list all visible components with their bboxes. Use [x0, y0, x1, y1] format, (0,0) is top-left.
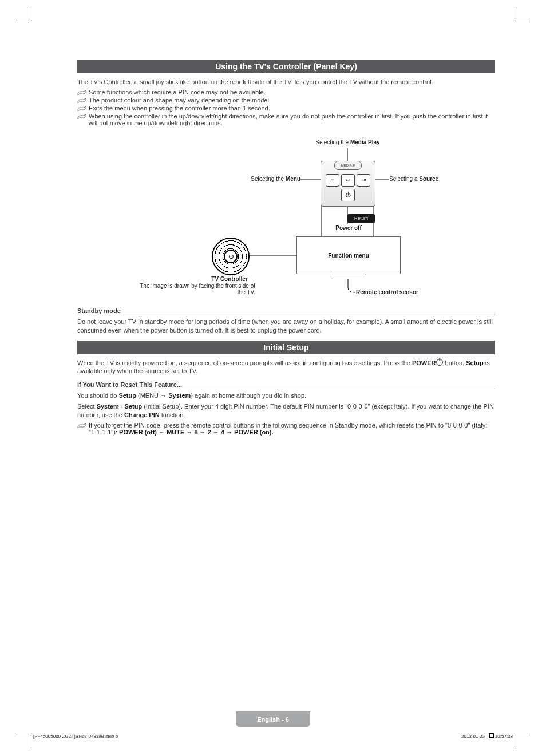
note-item: Some functions which require a PIN code … [77, 89, 495, 96]
page-number-badge: English - 6 [236, 711, 310, 727]
label-media-play: Selecting the Media Play [303, 139, 392, 145]
note-icon [77, 98, 86, 104]
note-item: The product colour and shape may vary de… [77, 97, 495, 104]
initial-setup-body: When the TV is initially powered on, a s… [77, 359, 495, 376]
footer-timestamp: 2013-01-23 10:57:38 [461, 733, 513, 739]
note-text: The product colour and shape may vary de… [89, 97, 271, 104]
heading-reset: If You Want to Reset This Feature... [77, 381, 495, 389]
power-icon: ⏻ [341, 189, 355, 201]
return-button: Return [347, 214, 375, 223]
standby-body: Do not leave your TV in standby mode for… [77, 318, 495, 335]
svg-rect-9 [490, 734, 493, 737]
pill-media-p: MEDIA.P [334, 161, 362, 170]
clock-icon [489, 733, 494, 738]
note-icon [77, 423, 86, 429]
menu-box: MEDIA.P ≡ ↩ ⇥ ⏻ Return [321, 161, 375, 207]
heading-standby: Standby mode [77, 307, 495, 315]
label-remote-sensor: Remote control sensor [356, 289, 442, 295]
section-heading-initial-setup: Initial Setup [77, 341, 495, 354]
footer-date: 2013-01-23 [461, 734, 485, 739]
diagram-lines [86, 138, 486, 298]
label-tv-controller: TV Controller [204, 276, 255, 282]
power-icon [436, 359, 443, 366]
note-icon [77, 106, 86, 112]
note-icon [77, 90, 86, 96]
tv-illustration: Function menu [296, 236, 401, 274]
footer-file-info: [PF45005000-ZGZT]BN68-04819B.indb 6 [33, 734, 118, 739]
note-item: If you forget the PIN code, press the re… [77, 422, 495, 436]
note-text: Exits the menu when pressing the control… [89, 105, 270, 112]
note-item: Exits the menu when pressing the control… [77, 105, 495, 112]
note-text: If you forget the PIN code, press the re… [89, 422, 495, 436]
menu-icon: ≡ [326, 174, 339, 187]
joystick-illustration: ⏻ [212, 238, 250, 275]
source-icon: ⇥ [357, 174, 370, 187]
page-content: Using the TV's Controller (Panel Key) Th… [77, 60, 495, 437]
reset-line2: Select System - Setup (Initial Setup). E… [77, 402, 495, 419]
controller-diagram: Selecting the Media Play Selecting the M… [86, 138, 486, 298]
power-icon: ⏻ [228, 254, 234, 259]
label-function-menu: Function menu [328, 252, 369, 258]
label-power-off: Power off [329, 225, 369, 231]
reset-line1: You should do Setup (MENU → System) agai… [77, 391, 495, 400]
note-icon [77, 114, 86, 120]
note-text: Some functions which require a PIN code … [89, 89, 266, 96]
note-text: When using the controller in the up/down… [89, 113, 495, 126]
tv-stand [331, 274, 366, 279]
footer-time: 10:57:38 [495, 734, 513, 739]
caption-tv-image: The image is drawn by facing the front s… [139, 283, 255, 295]
intro-paragraph: The TV's Controller, a small joy stick l… [77, 78, 495, 86]
label-source: Selecting a Source [389, 176, 452, 182]
note-item: When using the controller in the up/down… [77, 113, 495, 126]
label-menu: Selecting the Menu [246, 176, 300, 182]
section-heading-controller: Using the TV's Controller (Panel Key) [77, 60, 495, 73]
back-icon: ↩ [341, 174, 355, 187]
